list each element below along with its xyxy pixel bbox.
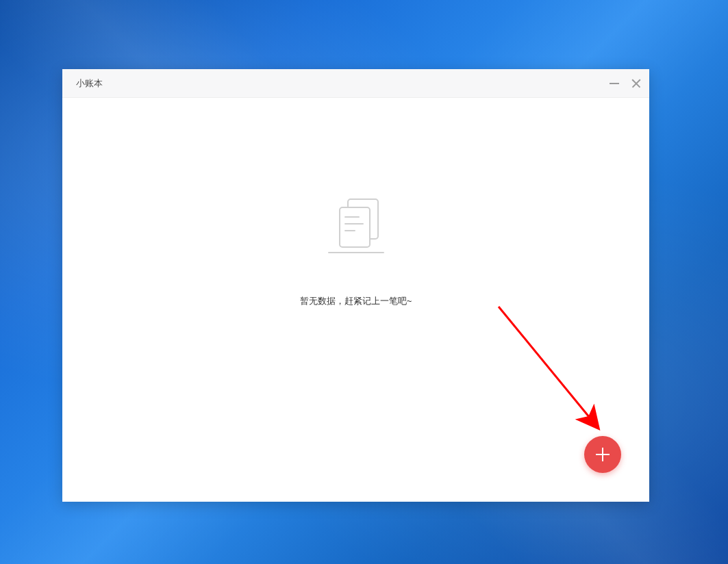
content-area: 暂无数据，赶紧记上一笔吧~ [62, 98, 649, 502]
window-controls [610, 79, 641, 88]
window-title: 小账本 [76, 77, 103, 90]
empty-state-message: 暂无数据，赶紧记上一笔吧~ [300, 295, 412, 307]
add-record-button[interactable] [584, 436, 621, 473]
minimize-button[interactable] [610, 83, 619, 84]
close-button[interactable] [631, 79, 641, 88]
svg-rect-1 [340, 207, 370, 247]
empty-document-icon [315, 194, 397, 276]
app-window: 小账本 暂无数据，赶紧记上一笔吧~ [62, 69, 649, 502]
title-bar[interactable]: 小账本 [62, 69, 649, 98]
